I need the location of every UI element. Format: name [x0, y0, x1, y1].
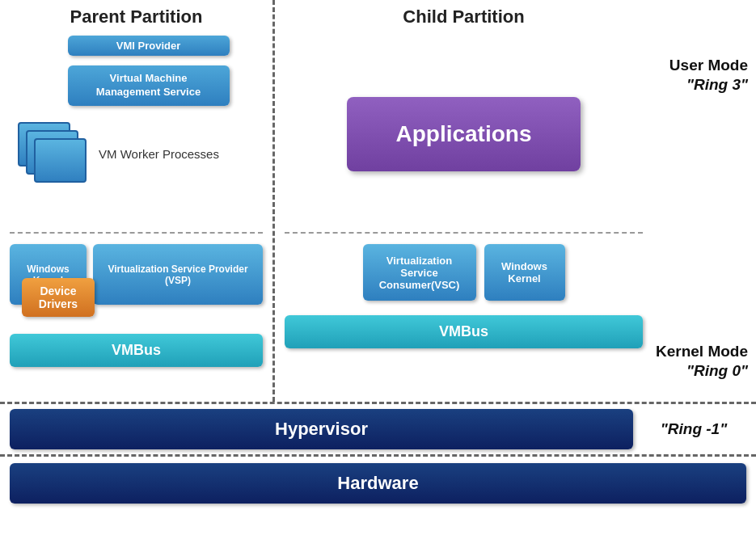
- child-partition-title: Child Partition: [285, 6, 643, 27]
- parent-user-area: VMI Provider Virtual Machine Management …: [10, 36, 263, 234]
- ring-minus1-label: "Ring -1": [641, 420, 746, 438]
- parent-kernel-area: Windows Kernel Device Drivers Virtualiza…: [10, 234, 263, 395]
- user-mode-label: User Mode: [669, 57, 748, 74]
- vm-worker-box-3: [34, 138, 87, 183]
- parent-vmbus-box: VMBus: [10, 334, 263, 367]
- parent-kernel-top: Windows Kernel Device Drivers Virtualiza…: [10, 244, 263, 305]
- hypervisor-box: Hypervisor: [10, 409, 633, 449]
- vmi-provider-box: VMI Provider: [68, 36, 230, 56]
- kernel-mode-group: Kernel Mode "Ring 0": [647, 343, 748, 380]
- hypervisor-section: Hypervisor "Ring -1": [0, 404, 756, 457]
- hardware-section: Hardware: [0, 457, 756, 509]
- kernel-mode-label: Kernel Mode: [656, 343, 748, 360]
- vsp-box: Virtualization Service Provider (VSP): [93, 244, 263, 305]
- child-windows-kernel-box: Windows Kernel: [484, 244, 565, 301]
- vmms-box: Virtual Machine Management Service: [68, 65, 230, 106]
- vm-worker-area: VM Worker Processes: [18, 122, 219, 187]
- mode-labels-panel: User Mode "Ring 3" Kernel Mode "Ring 0": [647, 0, 748, 404]
- top-section: Parent Partition VMI Provider Virtual Ma…: [0, 0, 756, 404]
- parent-partition-title: Parent Partition: [10, 6, 263, 27]
- applications-box: Applications: [347, 97, 580, 171]
- child-kernel-top: Virtualization Service Consumer(VSC) Win…: [285, 244, 643, 301]
- child-user-area: Applications: [285, 36, 643, 234]
- ring3-label: "Ring 3": [686, 76, 748, 94]
- ring0-label: "Ring 0": [686, 362, 748, 380]
- vm-worker-stack: [18, 122, 87, 187]
- vm-worker-label: VM Worker Processes: [99, 145, 219, 162]
- child-kernel-area: Virtualization Service Consumer(VSC) Win…: [285, 234, 643, 395]
- device-drivers-box: Device Drivers: [22, 278, 95, 317]
- vsc-box: Virtualization Service Consumer(VSC): [363, 244, 476, 301]
- user-mode-group: User Mode "Ring 3": [647, 57, 748, 94]
- child-vmbus-box: VMBus: [285, 315, 643, 348]
- parent-partition-column: Parent Partition VMI Provider Virtual Ma…: [0, 0, 275, 402]
- hardware-box: Hardware: [10, 463, 746, 504]
- diagram-wrapper: Parent Partition VMI Provider Virtual Ma…: [0, 0, 756, 548]
